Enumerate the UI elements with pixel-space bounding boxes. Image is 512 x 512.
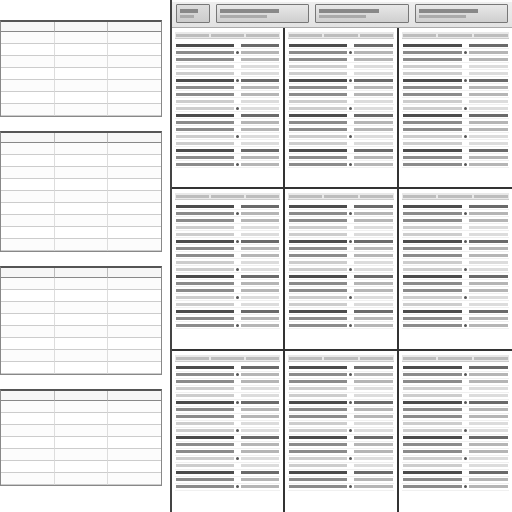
- list-item: [288, 308, 393, 315]
- list-item: [175, 273, 280, 280]
- table-row: [1, 227, 161, 239]
- list-item: [288, 315, 393, 322]
- list-item: [402, 98, 509, 105]
- list-item: [402, 49, 509, 56]
- list-item: [402, 421, 509, 428]
- header-segment[interactable]: [315, 4, 408, 23]
- list-item: [288, 245, 393, 252]
- list-item: [402, 245, 509, 252]
- header-segment[interactable]: [176, 4, 210, 23]
- list-item: [288, 322, 393, 329]
- table-row: [1, 338, 161, 350]
- list-item: [402, 484, 509, 491]
- header-segment[interactable]: [216, 4, 309, 23]
- list-item: [288, 393, 393, 400]
- list-item: [175, 126, 280, 133]
- list-item: [288, 456, 393, 463]
- table-row: [1, 32, 161, 44]
- table-row: [1, 104, 161, 116]
- list-item: [402, 280, 509, 287]
- list-item: [175, 238, 280, 245]
- blank-table: [0, 389, 162, 486]
- table-row: [1, 437, 161, 449]
- table-row: [1, 155, 161, 167]
- list-item: [288, 147, 393, 154]
- list-item: [402, 315, 509, 322]
- table-row: [1, 473, 161, 485]
- list-item: [402, 435, 509, 442]
- list-item: [288, 252, 393, 259]
- list-item: [175, 84, 280, 91]
- list-item: [402, 161, 509, 168]
- list-item: [288, 259, 393, 266]
- list-item: [402, 294, 509, 301]
- header-segment[interactable]: [415, 4, 508, 23]
- list-item: [402, 470, 509, 477]
- list-item: [288, 301, 393, 308]
- list-item: [175, 147, 280, 154]
- blank-table: [0, 20, 162, 117]
- list-item: [402, 477, 509, 484]
- list-item: [288, 112, 393, 119]
- list-item: [288, 428, 393, 435]
- list-item: [402, 365, 509, 372]
- list-item: [288, 105, 393, 112]
- list-item: [402, 224, 509, 231]
- list-item: [402, 133, 509, 140]
- list-item: [175, 154, 280, 161]
- list-item: [175, 322, 280, 329]
- list-item: [402, 266, 509, 273]
- list-item: [175, 140, 280, 147]
- table-row: [1, 350, 161, 362]
- list-item: [288, 126, 393, 133]
- list-item: [402, 84, 509, 91]
- list-item: [288, 210, 393, 217]
- list-item: [288, 140, 393, 147]
- list-item: [288, 463, 393, 470]
- list-item: [175, 294, 280, 301]
- list-item: [288, 231, 393, 238]
- list-item: [402, 210, 509, 217]
- list-item: [175, 42, 280, 49]
- data-section: [172, 189, 285, 350]
- list-item: [402, 126, 509, 133]
- list-item: [175, 470, 280, 477]
- list-item: [175, 280, 280, 287]
- list-item: [402, 393, 509, 400]
- list-item: [175, 308, 280, 315]
- list-item: [175, 456, 280, 463]
- list-item: [175, 91, 280, 98]
- list-item: [175, 63, 280, 70]
- table-row: [1, 44, 161, 56]
- list-item: [402, 414, 509, 421]
- list-item: [288, 421, 393, 428]
- list-item: [288, 470, 393, 477]
- list-item: [402, 231, 509, 238]
- table-row: [1, 143, 161, 155]
- table-row: [1, 314, 161, 326]
- list-item: [288, 70, 393, 77]
- list-item: [175, 224, 280, 231]
- list-item: [175, 421, 280, 428]
- list-item: [288, 63, 393, 70]
- table-row: [1, 80, 161, 92]
- list-item: [402, 63, 509, 70]
- list-item: [402, 154, 509, 161]
- list-item: [402, 203, 509, 210]
- list-item: [288, 400, 393, 407]
- list-item: [288, 77, 393, 84]
- list-item: [288, 98, 393, 105]
- list-item: [402, 449, 509, 456]
- list-item: [175, 365, 280, 372]
- list-item: [288, 154, 393, 161]
- list-item: [402, 140, 509, 147]
- table-row: [1, 215, 161, 227]
- list-item: [402, 119, 509, 126]
- list-item: [175, 112, 280, 119]
- data-section: [172, 28, 285, 189]
- list-item: [288, 42, 393, 49]
- list-item: [402, 77, 509, 84]
- list-item: [175, 56, 280, 63]
- list-item: [402, 91, 509, 98]
- list-item: [175, 435, 280, 442]
